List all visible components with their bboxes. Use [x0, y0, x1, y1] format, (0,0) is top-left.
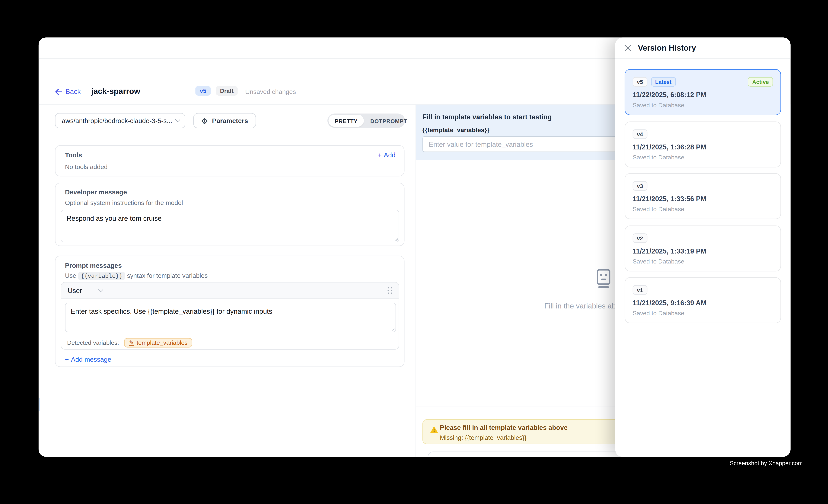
hint-suffix: syntax for template variables [127, 272, 208, 279]
warning-title: Please fill in all template variables ab… [440, 424, 567, 431]
format-toggle: PRETTY DOTPROMPT [327, 114, 405, 128]
version-history-panel: Version History v5 Latest Active 11/22/2… [615, 37, 791, 457]
version-history-header: Version History [615, 37, 791, 58]
developer-message-card: Developer message Optional system instru… [55, 183, 405, 246]
version-date: 11/21/2025, 1:33:56 PM [633, 195, 706, 203]
version-number-badge: v3 [633, 181, 647, 191]
drag-handle-icon[interactable] [388, 287, 392, 294]
close-icon[interactable] [624, 44, 631, 51]
version-card-v5[interactable]: v5 Latest Active 11/22/2025, 6:08:12 PM … [625, 69, 781, 115]
template-variable-chip[interactable]: ✎ template_variables [124, 338, 192, 347]
version-history-title: Version History [638, 43, 696, 52]
model-select[interactable]: aws/anthropic/bedrock-claude-3-5-s... [55, 113, 185, 128]
add-tool-label: Add [384, 152, 396, 159]
version-note: Saved to Database [633, 206, 685, 212]
detected-variables-row: Detected variables: ✎ template_variables [61, 335, 399, 350]
version-number-badge: v5 [633, 77, 647, 87]
gear-icon: ⚙ [201, 117, 208, 124]
edge-chip [39, 398, 40, 411]
version-date: 11/21/2025, 9:16:39 AM [633, 299, 706, 307]
role-dropdown[interactable]: User [68, 287, 102, 294]
prompt-hint: Use {{variable}} syntax for template var… [65, 272, 208, 279]
plus-icon: + [378, 152, 382, 159]
variable-syntax-chip: {{variable}} [78, 272, 125, 280]
version-note: Saved to Database [633, 310, 685, 317]
xnapper-watermark: Screenshot by Xnapper.com [730, 460, 803, 466]
add-message-button[interactable]: + Add message [65, 356, 111, 363]
template-variable-label: {{template_variables}} [422, 126, 490, 134]
role-value: User [68, 287, 82, 294]
plus-icon: + [65, 356, 69, 363]
hint-prefix: Use [65, 272, 76, 279]
parameters-label: Parameters [212, 117, 248, 124]
back-button[interactable]: Back [55, 88, 81, 96]
latest-badge: Latest [651, 77, 676, 87]
parameters-button[interactable]: ⚙ Parameters [193, 113, 256, 128]
template-variable-name: template_variables [137, 339, 188, 346]
version-number-badge: v1 [633, 285, 647, 295]
active-badge: Active [748, 77, 773, 87]
detected-variables-label: Detected variables: [67, 339, 119, 346]
version-note: Saved to Database [633, 102, 685, 109]
message-block: User Enter task specifics. Use {{templat… [61, 282, 399, 349]
version-date: 11/21/2025, 1:36:28 PM [633, 143, 706, 151]
add-tool-button[interactable]: + Add [378, 152, 396, 159]
toggle-dotprompt[interactable]: DOTPROMPT [364, 115, 413, 127]
bot-face-icon [594, 269, 612, 288]
unsaved-changes-label: Unsaved changes [245, 88, 296, 96]
model-select-value: aws/anthropic/bedrock-claude-3-5-s... [62, 117, 176, 124]
warning-icon [430, 426, 438, 434]
page-title: jack-sparrow [91, 87, 140, 96]
chevron-down-icon [98, 287, 104, 292]
pencil-icon: ✎ [129, 339, 134, 346]
prompt-title: Prompt messages [65, 262, 122, 269]
version-number-badge: v4 [633, 129, 647, 139]
version-card-v1[interactable]: v1 11/21/2025, 9:16:39 AM Saved to Datab… [625, 277, 781, 323]
version-date: 11/21/2025, 1:33:19 PM [633, 247, 706, 255]
tools-title: Tools [65, 152, 82, 159]
version-number-badge: v2 [633, 234, 647, 243]
prompt-messages-card: Prompt messages Use {{variable}} syntax … [55, 256, 405, 367]
version-date: 11/22/2025, 6:08:12 PM [633, 91, 706, 99]
version-card-v3[interactable]: v3 11/21/2025, 1:33:56 PM Saved to Datab… [625, 173, 781, 219]
add-message-label: Add message [71, 356, 111, 363]
tools-empty-text: No tools added [65, 163, 108, 170]
tools-card: Tools + Add No tools added [55, 145, 405, 176]
user-message-textarea[interactable]: Enter task specifics. Use {{template_var… [65, 303, 396, 332]
version-note: Saved to Database [633, 154, 685, 161]
chevron-down-icon [175, 117, 180, 122]
developer-title: Developer message [65, 188, 127, 196]
screenshot-stage: Back jack-sparrow v5 Draft Unsaved chang… [0, 0, 828, 504]
developer-subtitle: Optional system instructions for the mod… [65, 199, 183, 206]
draft-badge: Draft [216, 86, 238, 96]
version-card-v4[interactable]: v4 11/21/2025, 1:36:28 PM Saved to Datab… [625, 121, 781, 167]
message-header: User [61, 283, 399, 299]
back-label: Back [66, 88, 81, 96]
back-arrow-icon [55, 88, 62, 95]
test-panel-title: Fill in template variables to start test… [422, 113, 552, 121]
version-note: Saved to Database [633, 258, 685, 265]
toggle-pretty[interactable]: PRETTY [328, 115, 364, 127]
warning-missing: Missing: {{template_variables}} [440, 434, 527, 442]
version-badge: v5 [196, 86, 211, 96]
developer-message-textarea[interactable]: Respond as you are tom cruise [61, 210, 399, 242]
version-card-v2[interactable]: v2 11/21/2025, 1:33:19 PM Saved to Datab… [625, 225, 781, 271]
